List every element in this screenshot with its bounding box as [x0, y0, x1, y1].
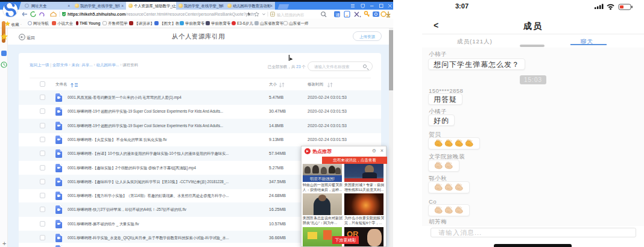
svg-text:译: 译 — [336, 13, 340, 17]
